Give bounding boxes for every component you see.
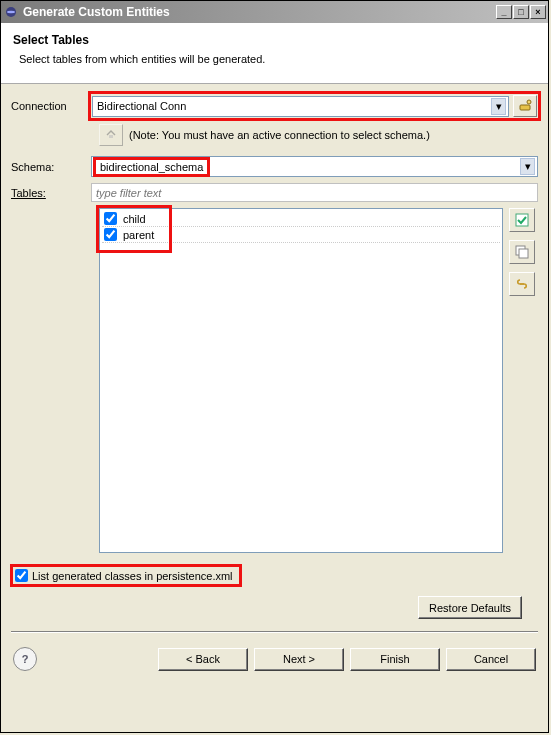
svg-rect-2 — [520, 105, 530, 110]
tables-label: Tables: — [11, 187, 91, 199]
window-title: Generate Custom Entities — [23, 5, 496, 19]
table-name: child — [123, 213, 146, 225]
finish-button[interactable]: Finish — [350, 648, 440, 671]
table-row[interactable]: parent — [102, 227, 500, 243]
connection-label: Connection — [11, 100, 91, 112]
page-subtitle: Select tables from which entities will b… — [19, 53, 536, 65]
page-title: Select Tables — [13, 33, 536, 47]
cancel-button[interactable]: Cancel — [446, 648, 536, 671]
svg-point-1 — [7, 11, 15, 13]
svg-rect-5 — [516, 214, 528, 226]
schema-row: Schema: bidirectional_schema ▾ — [11, 156, 538, 177]
synchronize-button[interactable] — [509, 272, 535, 296]
restore-defaults-button[interactable]: Restore Defaults — [418, 596, 522, 619]
titlebar: Generate Custom Entities _ □ × — [1, 1, 548, 23]
table-name: parent — [123, 229, 154, 241]
new-connection-button[interactable] — [513, 95, 537, 117]
connection-value: Bidirectional Conn — [97, 100, 491, 112]
footer: ? < Back Next > Finish Cancel — [1, 639, 548, 681]
table-checkbox-child[interactable] — [104, 212, 117, 225]
chevron-down-icon[interactable]: ▾ — [520, 158, 535, 175]
close-button[interactable]: × — [530, 5, 546, 19]
list-in-persistence-label: List generated classes in persistence.xm… — [32, 570, 233, 582]
persistence-xml-check-row: List generated classes in persistence.xm… — [13, 567, 538, 584]
schema-combo[interactable]: bidirectional_schema ▾ — [91, 156, 538, 177]
tables-filter-input[interactable] — [91, 183, 538, 202]
svg-rect-4 — [109, 135, 113, 138]
content-area: Connection Bidirectional Conn ▾ (Note: Y… — [1, 84, 548, 633]
tables-list[interactable]: child parent — [99, 208, 503, 553]
dialog-window: Generate Custom Entities _ □ × Select Ta… — [0, 0, 549, 733]
connection-row: Connection Bidirectional Conn ▾ — [11, 94, 538, 118]
minimize-button[interactable]: _ — [496, 5, 512, 19]
list-in-persistence-checkbox[interactable] — [15, 569, 28, 582]
connection-combo[interactable]: Bidirectional Conn ▾ — [92, 96, 509, 117]
back-button[interactable]: < Back — [158, 648, 248, 671]
maximize-button[interactable]: □ — [513, 5, 529, 19]
help-button[interactable]: ? — [13, 647, 37, 671]
svg-point-3 — [527, 100, 531, 104]
tables-filter-row: Tables: — [11, 183, 538, 202]
eclipse-icon — [3, 4, 19, 20]
wizard-header: Select Tables Select tables from which e… — [1, 23, 548, 84]
reconnect-button[interactable] — [99, 124, 123, 146]
connection-note: (Note: You must have an active connectio… — [129, 129, 430, 141]
select-all-button[interactable] — [509, 208, 535, 232]
svg-rect-7 — [519, 249, 528, 258]
separator — [11, 631, 538, 633]
schema-value: bidirectional_schema — [100, 161, 203, 173]
deselect-all-button[interactable] — [509, 240, 535, 264]
schema-label: Schema: — [11, 161, 91, 173]
table-row[interactable]: child — [102, 211, 500, 227]
table-checkbox-parent[interactable] — [104, 228, 117, 241]
chevron-down-icon[interactable]: ▾ — [491, 98, 506, 115]
tables-area: child parent — [11, 208, 538, 553]
next-button[interactable]: Next > — [254, 648, 344, 671]
connection-note-row: (Note: You must have an active connectio… — [99, 124, 538, 146]
